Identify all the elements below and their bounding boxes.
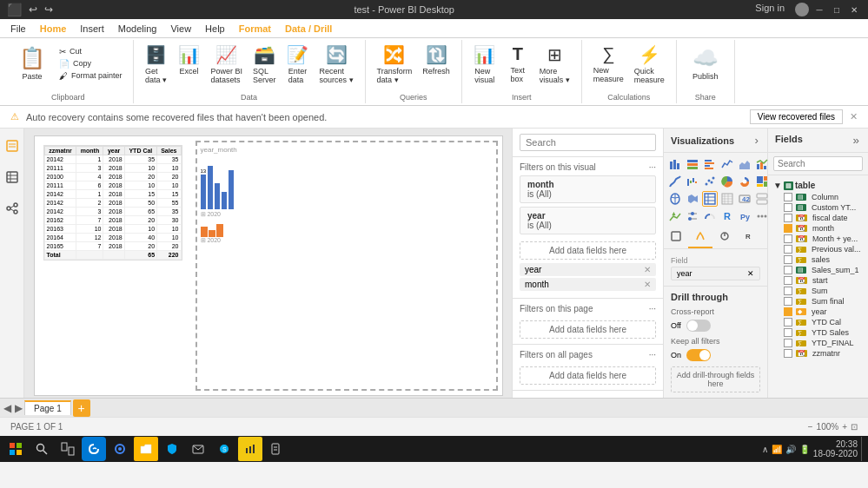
field-item-sum[interactable]: ∑Sum bbox=[768, 286, 868, 296]
viz-r-icon[interactable]: R bbox=[719, 208, 735, 224]
viz-area-chart-icon[interactable] bbox=[737, 156, 752, 172]
quick-measure-button[interactable]: ⚡ Quickmeasure bbox=[630, 42, 669, 87]
add-page-button[interactable]: + bbox=[73, 399, 90, 417]
field-item-sales[interactable]: ∑sales bbox=[768, 254, 868, 265]
field-value-year[interactable]: year ✕ bbox=[671, 267, 760, 280]
chart-visual[interactable]: year_month 13 bbox=[195, 141, 498, 391]
field-item-custom-yt[interactable]: ▤Custom YT... bbox=[768, 202, 868, 213]
new-measure-button[interactable]: ∑ Newmeasure bbox=[589, 42, 628, 86]
recent-sources-button[interactable]: 🔄 Recentsources ▾ bbox=[315, 42, 358, 87]
field-item-ytd-final[interactable]: ∑YTD_FINAL bbox=[768, 338, 868, 348]
menu-file[interactable]: File bbox=[3, 22, 33, 36]
field-item-month-ye[interactable]: 📆Month + ye... bbox=[768, 234, 868, 244]
viz-tab-more1[interactable]: R bbox=[737, 228, 761, 248]
power-bi-button[interactable]: 📈 Power BIdatasets bbox=[207, 42, 248, 87]
viz-python-icon[interactable]: Py bbox=[737, 208, 752, 224]
fields-expand-button[interactable]: » bbox=[851, 134, 861, 147]
sidebar-report-icon[interactable] bbox=[2, 135, 23, 156]
viz-gauge-icon[interactable] bbox=[702, 208, 718, 224]
menu-view[interactable]: View bbox=[163, 22, 198, 36]
field-item-year[interactable]: ◆year bbox=[768, 307, 868, 317]
mail-icon[interactable] bbox=[186, 437, 210, 461]
add-all-filter-button[interactable]: Add data fields here bbox=[520, 366, 656, 385]
close-btn[interactable]: ✕ bbox=[847, 3, 861, 16]
viz-filled-map-icon[interactable] bbox=[685, 191, 700, 207]
cut-button[interactable]: ✂ Cut bbox=[56, 46, 126, 57]
year-remove-icon[interactable]: ✕ bbox=[644, 265, 651, 274]
viz-card-icon[interactable]: 42 bbox=[737, 191, 752, 207]
tray-arrow[interactable]: ∧ bbox=[762, 445, 768, 454]
viz-bar-chart-icon[interactable] bbox=[667, 156, 683, 172]
viz-clustered-bar-icon[interactable] bbox=[702, 156, 718, 172]
filters-visual-more[interactable]: ··· bbox=[649, 162, 656, 172]
enter-data-button[interactable]: 📝 Enterdata bbox=[282, 42, 314, 87]
prev-page-arrow[interactable]: ◀ bbox=[3, 402, 11, 414]
field-item-sum-final[interactable]: ∑Sum final bbox=[768, 296, 868, 307]
show-desktop-btn[interactable] bbox=[861, 437, 865, 461]
viz-stacked-bar-icon[interactable] bbox=[685, 156, 700, 172]
menu-format[interactable]: Format bbox=[232, 22, 278, 36]
month-remove-icon[interactable]: ✕ bbox=[644, 280, 651, 289]
task-view-icon[interactable] bbox=[56, 437, 80, 461]
field-item-zzmatnr[interactable]: 📆zzmatnr bbox=[768, 348, 868, 359]
fit-page-icon[interactable]: ⊡ bbox=[851, 422, 858, 432]
menu-help[interactable]: Help bbox=[198, 22, 232, 36]
viz-slicer-icon[interactable] bbox=[685, 208, 700, 224]
copy-button[interactable]: 📄 Copy bbox=[56, 58, 126, 69]
next-page-arrow[interactable]: ▶ bbox=[15, 402, 23, 414]
field-year-remove[interactable]: ✕ bbox=[747, 269, 754, 278]
battery-icon[interactable]: 🔋 bbox=[799, 445, 810, 454]
add-page-filter-button[interactable]: Add data fields here bbox=[520, 320, 656, 339]
network-icon[interactable]: 📶 bbox=[772, 445, 782, 454]
viz-tab-fields[interactable] bbox=[664, 228, 688, 248]
refresh-button[interactable]: 🔃 Refresh bbox=[418, 42, 454, 78]
viz-line-chart-icon[interactable] bbox=[719, 156, 735, 172]
file-icon[interactable] bbox=[264, 437, 288, 461]
zoom-in-icon[interactable]: + bbox=[842, 422, 847, 432]
add-visual-filter-button[interactable]: Add data fields here bbox=[520, 241, 656, 260]
viz-expand-button[interactable]: › bbox=[753, 134, 760, 147]
viz-tab-analytics[interactable] bbox=[712, 228, 737, 248]
text-box-button[interactable]: T Textbox bbox=[502, 42, 533, 86]
maximize-btn[interactable]: □ bbox=[830, 3, 844, 16]
minimize-btn[interactable]: ─ bbox=[812, 3, 826, 16]
sign-in-btn[interactable]: Sign in bbox=[755, 3, 785, 16]
filters-all-more[interactable]: ··· bbox=[649, 350, 656, 359]
notification-close-icon[interactable]: ✕ bbox=[850, 111, 858, 122]
edge-icon[interactable] bbox=[82, 437, 106, 461]
field-item-ytd-cal[interactable]: ∑YTD Cal bbox=[768, 317, 868, 327]
sidebar-model-icon[interactable] bbox=[2, 198, 23, 219]
filters-page-more[interactable]: ··· bbox=[649, 304, 656, 313]
menu-insert[interactable]: Insert bbox=[73, 22, 111, 36]
viz-map-icon[interactable] bbox=[667, 191, 683, 207]
start-button[interactable] bbox=[3, 437, 28, 461]
field-item-month[interactable]: 📆month bbox=[768, 223, 868, 234]
field-group-table-header[interactable]: ▼ ▤ table bbox=[768, 179, 868, 192]
transform-button[interactable]: 🔀 Transformdata ▾ bbox=[373, 42, 417, 87]
viz-tab-format[interactable] bbox=[688, 228, 712, 248]
undo-btn[interactable]: ↩ bbox=[29, 3, 37, 16]
field-item-sales-sum-1[interactable]: ▤Sales_sum_1 bbox=[768, 265, 868, 275]
filters-search-input[interactable] bbox=[520, 134, 656, 151]
volume-icon[interactable]: 🔊 bbox=[785, 445, 796, 454]
canvas-area[interactable]: zzmatnr month year YTD Cal Sales 2014212… bbox=[24, 129, 512, 398]
keep-filters-toggle[interactable] bbox=[686, 349, 711, 361]
menu-data-drill[interactable]: Data / Drill bbox=[278, 22, 339, 36]
menu-home[interactable]: Home bbox=[33, 22, 74, 36]
viz-ribbon-icon[interactable] bbox=[667, 174, 683, 189]
get-data-button[interactable]: 🗄️ Getdata ▾ bbox=[141, 42, 172, 87]
avatar[interactable] bbox=[795, 3, 809, 16]
publish-button[interactable]: ☁️ Publish bbox=[684, 42, 727, 85]
excel-button[interactable]: 📊 Excel bbox=[174, 42, 205, 78]
filter-month[interactable]: month is (All) bbox=[520, 175, 656, 203]
field-item-ytd-sales[interactable]: ∑YTD Sales bbox=[768, 327, 868, 338]
paste-button[interactable]: 📋 Paste bbox=[10, 42, 54, 85]
filter-year[interactable]: year is (All) bbox=[520, 207, 656, 234]
viz-waterfall-icon[interactable] bbox=[685, 174, 700, 189]
format-painter-button[interactable]: 🖌 Format painter bbox=[56, 70, 126, 82]
sql-server-button[interactable]: 🗃️ SQLServer bbox=[248, 42, 281, 87]
redo-btn[interactable]: ↪ bbox=[44, 3, 53, 16]
cross-report-toggle[interactable] bbox=[686, 320, 711, 332]
view-recovered-button[interactable]: View recovered files bbox=[750, 109, 843, 124]
fields-search-input[interactable] bbox=[773, 156, 863, 171]
